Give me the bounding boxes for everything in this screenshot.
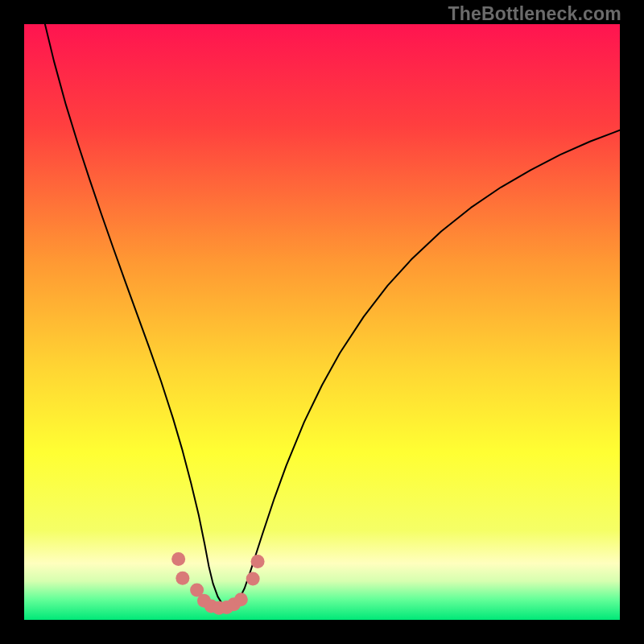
marker-dot [234, 592, 248, 606]
marker-dot [251, 555, 265, 568]
marker-dot [175, 572, 189, 585]
marker-dot [171, 552, 185, 566]
chart-background [24, 24, 620, 620]
watermark-text: TheBottleneck.com [448, 3, 621, 25]
chart-plot-area [24, 24, 620, 620]
chart-svg [24, 24, 620, 620]
chart-frame: TheBottleneck.com [0, 0, 644, 644]
marker-dot [246, 572, 260, 585]
